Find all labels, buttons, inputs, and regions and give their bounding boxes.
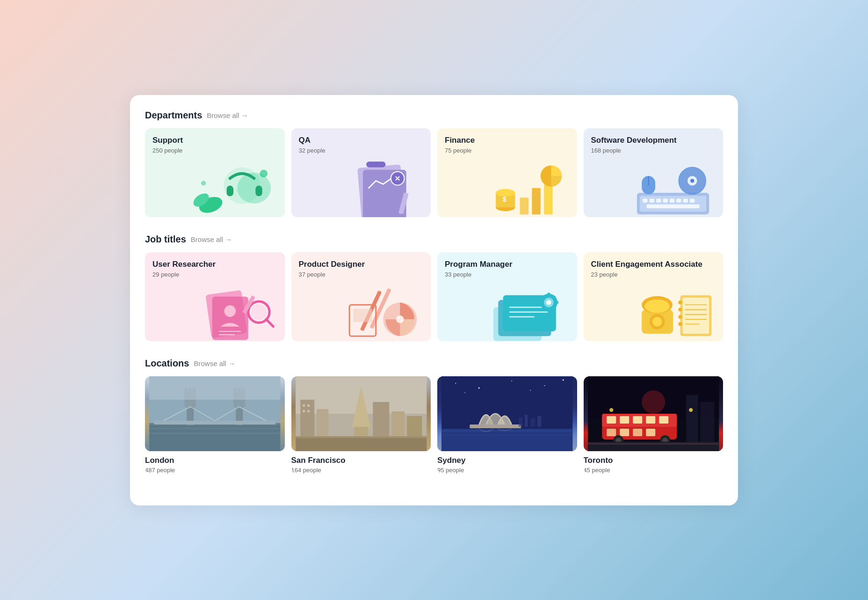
dept-illustration-support: [180, 159, 285, 217]
location-card-toronto[interactable]: Toronto 45 people: [584, 376, 723, 474]
svg-rect-118: [303, 410, 305, 412]
svg-rect-159: [686, 395, 698, 442]
svg-rect-43: [212, 297, 248, 340]
location-name-london: London: [145, 456, 285, 465]
departments-header: Departments Browse all →: [145, 110, 723, 121]
svg-rect-69: [554, 301, 558, 304]
svg-point-128: [563, 379, 564, 380]
svg-point-130: [530, 390, 531, 391]
job-count-client-engagement: 23 people: [591, 271, 716, 278]
svg-rect-31: [670, 198, 674, 202]
svg-rect-137: [530, 418, 535, 427]
job-card-user-researcher[interactable]: User Researcher 29 people: [145, 252, 285, 341]
locations-section: Locations Browse all →: [145, 358, 723, 474]
dept-label-support: Support: [152, 136, 277, 145]
job-illustration-client-engagement: [618, 283, 723, 341]
svg-point-74: [652, 317, 662, 327]
dept-card-qa[interactable]: QA 32 people: [291, 128, 431, 217]
svg-rect-103: [149, 376, 280, 400]
svg-rect-20: [520, 198, 528, 214]
dept-count-finance: 75 people: [445, 147, 570, 154]
svg-rect-76: [683, 298, 709, 334]
svg-rect-35: [647, 205, 700, 208]
location-card-sf[interactable]: San Francisco 164 people: [291, 376, 431, 474]
svg-rect-146: [633, 416, 642, 424]
locations-grid: London 487 people: [145, 376, 723, 474]
svg-rect-119: [307, 410, 310, 412]
svg-point-8: [201, 181, 206, 185]
svg-rect-131: [470, 424, 521, 428]
svg-point-162: [609, 408, 613, 412]
location-card-london[interactable]: London 487 people: [145, 376, 285, 474]
departments-grid: Support 250 people: [145, 128, 723, 217]
job-card-program-manager[interactable]: Program Manager 33 people: [437, 252, 577, 341]
svg-point-48: [251, 304, 267, 320]
svg-rect-21: [532, 188, 541, 215]
dept-label-software: Software Development: [591, 136, 716, 145]
svg-rect-28: [650, 198, 654, 202]
dept-illustration-software: [618, 159, 723, 217]
svg-rect-160: [700, 402, 714, 442]
svg-rect-27: [643, 198, 647, 202]
svg-rect-56: [354, 309, 372, 322]
dept-count-software: 168 people: [591, 147, 716, 154]
svg-rect-148: [659, 416, 668, 424]
svg-rect-138: [537, 416, 541, 427]
svg-rect-151: [633, 429, 642, 436]
svg-rect-121: [296, 436, 427, 438]
dept-count-support: 250 people: [152, 147, 277, 154]
svg-rect-136: [525, 415, 528, 427]
job-titles-browse-all[interactable]: Browse all →: [191, 235, 232, 243]
locations-browse-all[interactable]: Browse all →: [194, 359, 235, 367]
svg-rect-147: [646, 416, 655, 424]
job-titles-header: Job titles Browse all →: [145, 234, 723, 245]
svg-rect-104: [149, 425, 280, 451]
job-card-client-engagement[interactable]: Client Engagement Associate 23 people: [584, 252, 723, 341]
dept-card-support[interactable]: Support 250 people: [145, 128, 285, 217]
dept-card-finance[interactable]: Finance 75 people: [437, 128, 577, 217]
svg-point-85: [679, 322, 682, 326]
job-titles-browse-arrow: →: [225, 235, 232, 243]
departments-browse-all[interactable]: Browse all →: [207, 111, 248, 119]
job-illustration-user-researcher: [180, 283, 285, 341]
svg-rect-106: [149, 432, 280, 434]
svg-rect-105: [149, 428, 280, 429]
svg-point-141: [642, 390, 665, 414]
job-illustration-program-manager: [472, 283, 577, 341]
svg-point-125: [478, 387, 480, 388]
job-count-user-researcher: 29 people: [152, 271, 277, 278]
dept-illustration-qa: [326, 159, 431, 217]
svg-rect-68: [539, 301, 542, 304]
svg-rect-149: [607, 429, 616, 436]
job-label-product-designer: Product Designer: [299, 260, 424, 269]
location-name-sf: San Francisco: [291, 456, 431, 465]
svg-rect-66: [547, 293, 550, 297]
svg-rect-135: [519, 417, 522, 427]
job-card-product-designer[interactable]: Product Designer 37 people: [291, 252, 431, 341]
svg-rect-29: [656, 198, 661, 202]
job-count-program-manager: 33 people: [445, 271, 570, 278]
departments-browse-arrow: →: [241, 111, 248, 119]
dept-count-qa: 32 people: [299, 147, 424, 154]
svg-rect-98: [154, 421, 275, 424]
svg-point-39: [690, 179, 694, 183]
job-illustration-product-designer: [326, 283, 431, 341]
svg-rect-33: [683, 198, 688, 202]
location-card-sydney[interactable]: Sydney 95 people: [437, 376, 577, 474]
departments-section: Departments Browse all → Support 250 peo…: [145, 110, 723, 217]
svg-rect-67: [547, 308, 550, 312]
job-label-user-researcher: User Researcher: [152, 260, 277, 269]
departments-title: Departments: [145, 110, 202, 121]
dept-card-software[interactable]: Software Development 168 people: [584, 128, 723, 217]
locations-header: Locations Browse all →: [145, 358, 723, 369]
svg-point-44: [224, 305, 236, 317]
svg-point-72: [644, 300, 670, 313]
svg-rect-30: [663, 198, 668, 202]
svg-point-54: [396, 315, 404, 323]
svg-rect-152: [646, 429, 655, 436]
svg-rect-11: [366, 161, 385, 167]
locations-title: Locations: [145, 358, 189, 369]
svg-point-83: [679, 307, 682, 311]
svg-rect-32: [676, 198, 681, 202]
svg-rect-3: [226, 186, 233, 197]
